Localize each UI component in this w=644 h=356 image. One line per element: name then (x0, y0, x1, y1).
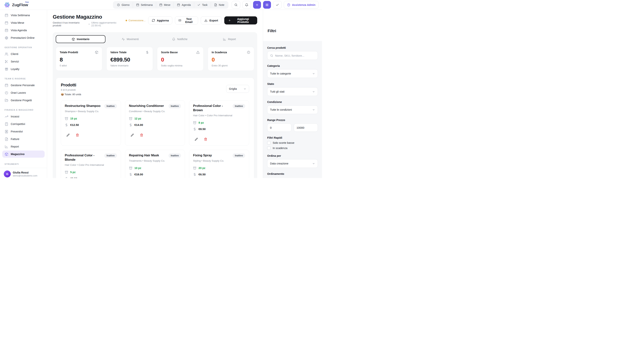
calendar-icon (5, 83, 8, 87)
page-title: Gestione Magazzino (53, 14, 126, 20)
product-quantity: 12 pz (134, 117, 141, 120)
dollar-icon (193, 173, 196, 176)
status-badge: Inattivo (104, 104, 117, 108)
products-panel: Prodotti 8 di 8 prodotti 📦 Totale: 80 un… (56, 77, 254, 178)
tab-movimenti[interactable]: Movimenti (106, 35, 155, 43)
search-label: Cerca prodotti (267, 46, 318, 49)
topnav-mese[interactable]: Mese (156, 2, 174, 8)
search-button[interactable] (232, 1, 240, 9)
product-meta: Styling • Beauty Supply Co. (193, 159, 245, 163)
notifications-button[interactable] (242, 1, 251, 9)
delete-product-button[interactable] (202, 136, 209, 142)
product-price: €8.50 (70, 177, 78, 178)
sidebar-item-gestione-progetti[interactable]: Gestione Progetti (2, 97, 45, 104)
sidebar-item-report[interactable]: Report (2, 143, 45, 150)
sidebar-section-finanza-e-magazzino: FINANZA E MAGAZZINO (4, 109, 42, 111)
stat-caption: Valore inventario (110, 64, 149, 67)
bar-chart-icon (223, 38, 226, 41)
test-email-button[interactable]: Test Email (175, 16, 198, 24)
sidebar-item-vista-settimana[interactable]: Vista Settimana (2, 12, 45, 19)
product-meta: Hair Color • Color Pro International (193, 114, 245, 118)
product-quantity: 15 pz (70, 117, 77, 120)
clock-icon (5, 91, 8, 95)
sidebar-item-loyalty[interactable]: Loyalty (2, 65, 45, 73)
menu-button[interactable] (263, 1, 271, 9)
topnav-label: Task (202, 3, 208, 6)
order-label: Ordinamento (267, 172, 318, 175)
product-quantity: 10 pz (134, 167, 141, 170)
sidebar-item-corrispettivi[interactable]: Corrispettivi (2, 120, 45, 128)
tab-report[interactable]: Report (205, 35, 254, 43)
archive-icon (193, 121, 196, 124)
products-total-units: 📦 Totale: 80 unità (61, 93, 81, 96)
add-product-button[interactable]: Aggiungi Prodotto (224, 16, 257, 24)
export-button[interactable]: Export (201, 16, 222, 24)
edit-product-button[interactable] (65, 132, 71, 138)
pencil-icon (194, 138, 198, 141)
archive-icon (193, 166, 196, 170)
delete-product-button[interactable] (74, 132, 80, 138)
category-select[interactable]: Tutte le categorie (267, 69, 318, 78)
assist-admin-label: Assistenza Admin (292, 3, 316, 6)
topnav-label: Agenda (182, 3, 191, 6)
condition-select[interactable]: Tutte le condizioni (267, 105, 318, 114)
bar-chart-icon (5, 145, 8, 148)
product-grid: Restructuring Shampoo Inattivo Shampoo •… (61, 100, 249, 178)
sidebar-item-gestione-personale[interactable]: Gestione Personale (2, 82, 45, 89)
brand-free-badge: free (25, 1, 28, 3)
sidebar-item-prenotazioni-online[interactable]: Prenotazioni Online (2, 34, 45, 41)
last-update: Ultimo aggiornamento: 22:50:41 (91, 21, 126, 27)
assist-admin-button[interactable]: Assistenza Admin (284, 1, 318, 9)
product-card: Fixing Spray Inattivo Styling • Beauty S… (189, 150, 249, 178)
sidebar: Vista Settimana Vista Mese Vista Agenda … (0, 10, 47, 178)
sidebar-item-clienti[interactable]: Clienti (2, 50, 45, 57)
topnav-giorno[interactable]: Giorno (114, 2, 133, 8)
product-quantity: 5 pz (70, 171, 76, 174)
sidebar-item-fatture[interactable]: Fatture (2, 135, 45, 143)
product-name: Professional Color - Brown (193, 104, 231, 112)
tab-inventario[interactable]: Inventario (56, 35, 106, 43)
tab-notifiche[interactable]: Notifiche (155, 35, 205, 43)
condition-label: Condizione (267, 100, 318, 103)
stat-caption: 0 attivi (60, 64, 98, 67)
topnav-agenda[interactable]: Agenda (174, 2, 194, 8)
sidebar-item-preventivi[interactable]: Preventivi (2, 128, 45, 135)
product-price: €8.50 (198, 127, 206, 131)
filter-solo-scorte-basse[interactable]: Solo scorte basse (267, 141, 318, 144)
delete-product-button[interactable] (138, 132, 145, 138)
topnav-settimana[interactable]: Settimana (133, 2, 156, 8)
status-badge: Inattivo (104, 153, 117, 158)
activity-icon (122, 38, 125, 41)
plus-icon (255, 3, 259, 6)
user-profile[interactable]: G Giulia Rossi demo@studiodemo.com (0, 168, 47, 178)
view-mode-select[interactable]: Griglia (226, 85, 249, 93)
topnav-task[interactable]: Task (194, 2, 211, 8)
sidebar-item-orari-lavoro[interactable]: Orari Lavoro (2, 89, 45, 96)
checkbox[interactable] (267, 146, 270, 150)
brand: ZugFlow free (0, 2, 47, 8)
price-range-label: Range Prezzo (267, 118, 318, 122)
add-button[interactable] (253, 1, 261, 9)
search-input[interactable] (275, 54, 315, 57)
sidebar-item-incassi[interactable]: Incassi (2, 113, 45, 120)
refresh-button[interactable]: Aggiorna (148, 16, 172, 24)
checkbox[interactable] (267, 141, 270, 144)
filter-in-scadenza[interactable]: In scadenza (267, 146, 318, 150)
status-select[interactable]: Tutti gli stati (267, 87, 318, 96)
price-max-input[interactable] (294, 123, 318, 132)
product-card: Restructuring Shampoo Inattivo Shampoo •… (61, 100, 121, 146)
sidebar-item-magazzino[interactable]: Magazzino (2, 151, 45, 158)
tasks-check-button[interactable] (273, 1, 282, 9)
topnav-label: Mese (164, 3, 170, 6)
sidebar-item-servizi[interactable]: Servizi (2, 58, 45, 65)
price-min-input[interactable] (267, 123, 292, 132)
sort-by-label: Ordina per (267, 154, 318, 157)
sidebar-item-vista-mese[interactable]: Vista Mese (2, 19, 45, 26)
status-dot (126, 20, 127, 21)
edit-product-button[interactable] (129, 132, 136, 138)
sort-by-select[interactable]: Data creazione (267, 159, 318, 168)
topnav-note[interactable]: Note (211, 2, 228, 8)
sidebar-item-vista-agenda[interactable]: Vista Agenda (2, 27, 45, 34)
product-card: Repairing Hair Mask Inattivo Treatments … (125, 150, 185, 178)
edit-product-button[interactable] (193, 136, 200, 142)
